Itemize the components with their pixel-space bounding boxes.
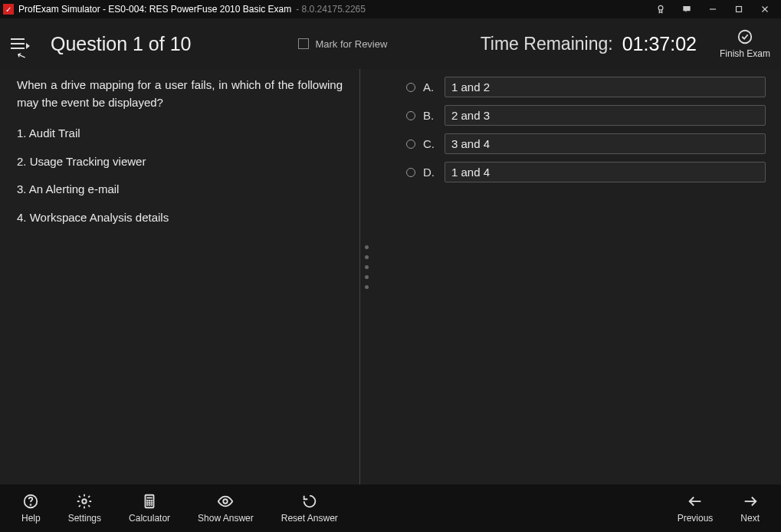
question-option-1: 1. Audit Trail	[17, 125, 343, 143]
footer-bar: Help Settings Calculator Show Answer Res…	[0, 484, 781, 532]
svg-point-6	[739, 31, 752, 44]
minimize-button[interactable]	[700, 0, 726, 18]
time-remaining-value: 01:37:02	[622, 33, 697, 55]
next-label: Next	[740, 513, 760, 524]
svg-point-18	[147, 504, 148, 505]
svg-point-8	[31, 504, 31, 505]
svg-point-19	[149, 504, 150, 505]
question-pane: When a drive mapping for a user fails, i…	[0, 69, 360, 484]
help-button[interactable]: Help	[8, 493, 54, 524]
svg-point-12	[147, 501, 148, 501]
app-title: ProfExam Simulator - ES0-004: RES PowerF…	[18, 4, 291, 15]
splitter-handle[interactable]	[365, 245, 369, 289]
mark-for-review-label: Mark for Review	[315, 38, 387, 50]
header-bar: ↖ Question 1 of 10 Mark for Review Time …	[0, 18, 781, 69]
previous-button[interactable]: Previous	[664, 493, 727, 524]
help-icon	[22, 493, 39, 510]
app-version: - 8.0.24175.2265	[296, 4, 366, 15]
show-answer-label: Show Answer	[198, 513, 254, 524]
finish-exam-button[interactable]: Finish Exam	[720, 28, 770, 59]
answer-row-a: A. 1 and 2	[406, 77, 766, 97]
calculator-label: Calculator	[129, 513, 170, 524]
finish-exam-label: Finish Exam	[720, 48, 770, 59]
svg-point-15	[147, 502, 148, 503]
svg-point-9	[83, 499, 87, 504]
answer-letter: D.	[423, 166, 437, 179]
gear-icon	[76, 493, 93, 510]
answer-text-c[interactable]: 3 and 4	[445, 133, 766, 154]
time-remaining-label: Time Remaining:	[481, 34, 613, 54]
question-option-3: 3. An Alerting e-mail	[17, 181, 343, 199]
answer-text-d[interactable]: 1 and 4	[445, 162, 766, 182]
reset-icon	[301, 493, 318, 510]
checkmark-circle-icon	[737, 28, 753, 45]
svg-point-13	[149, 501, 150, 501]
question-option-4: 4. Workspace Analysis details	[17, 209, 343, 227]
question-counter: Question 1 of 10	[51, 33, 191, 55]
answer-radio-c[interactable]	[406, 140, 415, 149]
svg-point-17	[151, 502, 152, 503]
show-answer-button[interactable]: Show Answer	[184, 493, 267, 524]
badge-icon[interactable]	[648, 0, 674, 18]
previous-label: Previous	[678, 513, 714, 524]
mark-for-review-checkbox[interactable]: Mark for Review	[298, 38, 387, 50]
calculator-icon	[141, 493, 158, 510]
answer-letter: C.	[423, 137, 437, 150]
answer-text-b[interactable]: 2 and 3	[445, 105, 766, 126]
arrow-right-icon	[742, 493, 759, 510]
answer-row-d: D. 1 and 4	[406, 162, 766, 182]
titlebar: ✓ ProfExam Simulator - ES0-004: RES Powe…	[0, 0, 781, 18]
answer-letter: B.	[423, 109, 437, 122]
svg-rect-3	[737, 7, 742, 12]
cursor-icon: ↖	[15, 48, 28, 62]
main-area: When a drive mapping for a user fails, i…	[0, 69, 781, 484]
question-text: When a drive mapping for a user fails, i…	[17, 77, 343, 111]
answer-text-a[interactable]: 1 and 2	[445, 77, 766, 97]
app-icon: ✓	[3, 4, 14, 15]
answer-radio-b[interactable]	[406, 111, 415, 120]
svg-point-16	[149, 502, 150, 503]
chat-icon[interactable]	[674, 0, 700, 18]
svg-point-21	[224, 499, 228, 504]
answer-letter: A.	[423, 80, 437, 94]
maximize-button[interactable]	[726, 0, 752, 18]
question-option-2: 2. Usage Tracking viewer	[17, 153, 343, 171]
settings-label: Settings	[68, 513, 101, 524]
svg-point-14	[151, 501, 152, 501]
menu-icon[interactable]: ↖	[11, 38, 34, 49]
svg-rect-1	[683, 6, 690, 11]
next-button[interactable]: Next	[727, 493, 773, 524]
answer-radio-a[interactable]	[406, 83, 415, 92]
help-label: Help	[21, 513, 41, 524]
settings-button[interactable]: Settings	[54, 493, 115, 524]
reset-answer-button[interactable]: Reset Answer	[267, 493, 352, 524]
checkbox-icon	[298, 38, 309, 49]
answer-row-b: B. 2 and 3	[406, 105, 766, 126]
eye-icon	[217, 493, 234, 510]
svg-point-20	[151, 504, 152, 505]
reset-answer-label: Reset Answer	[281, 513, 338, 524]
answers-pane: A. 1 and 2 B. 2 and 3 C. 3 and 4 D. 1 an…	[360, 69, 781, 484]
answer-row-c: C. 3 and 4	[406, 133, 766, 154]
answer-radio-d[interactable]	[406, 168, 415, 177]
svg-point-0	[658, 5, 663, 10]
calculator-button[interactable]: Calculator	[115, 493, 184, 524]
close-button[interactable]	[752, 0, 778, 18]
arrow-left-icon	[687, 493, 704, 510]
